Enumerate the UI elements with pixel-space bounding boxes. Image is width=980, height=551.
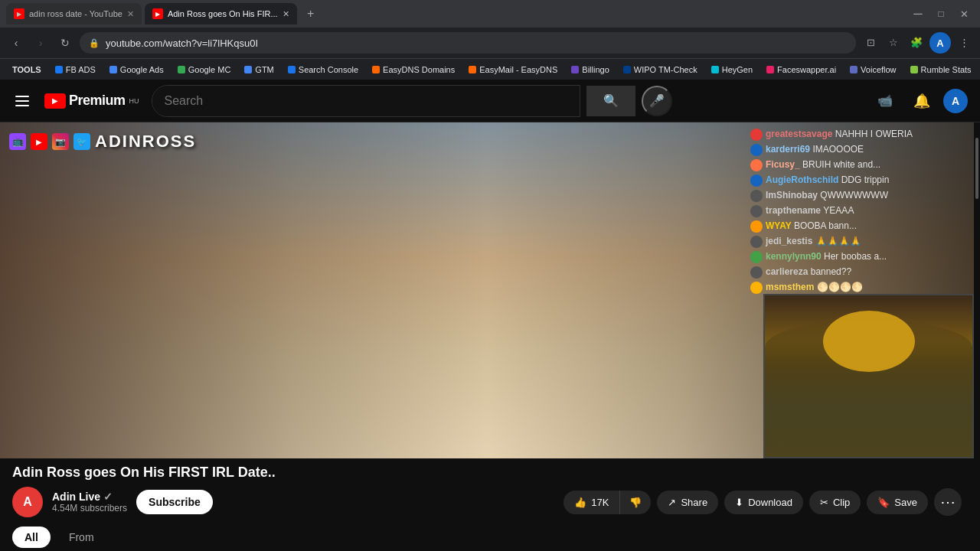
chat-msg-6: trapthename YEAAA — [750, 205, 968, 217]
forward-button[interactable]: › — [31, 33, 51, 53]
mic-button[interactable]: 🎤 — [642, 86, 672, 116]
tab-1-title: adin ross date - YouTube — [29, 9, 122, 18]
share-button[interactable]: ↗ Share — [657, 491, 718, 514]
bookmark-fb-ads[interactable]: FB ADS — [49, 64, 102, 76]
minimize-button[interactable]: ─ — [908, 4, 928, 24]
clip-button[interactable]: ✂ Clip — [809, 491, 861, 514]
tab-2-favicon: ▶ — [152, 8, 163, 19]
clip-icon: ✂ — [820, 497, 828, 508]
download-icon: ⬇ — [735, 497, 743, 508]
bookmark-easymail[interactable]: EasyMail - EasyDNS — [462, 64, 564, 76]
bookmark-billingo[interactable]: Billingo — [565, 64, 615, 76]
chat-msg-2: karderri69 IMAOOOOE — [750, 144, 968, 156]
channel-name[interactable]: Adin Live ✓ — [52, 491, 127, 503]
tab-all[interactable]: All — [12, 527, 51, 548]
video-player[interactable]: 📺 ▶ 📷 🐦 ADINROSS greatestsavage NAHHH I … — [0, 122, 974, 458]
tab-from[interactable]: From — [57, 527, 106, 548]
thumbs-down-icon: 👎 — [629, 497, 642, 508]
new-tab-button[interactable]: + — [300, 3, 322, 24]
hamburger-menu[interactable] — [12, 93, 32, 109]
create-button[interactable]: 📹 — [870, 86, 900, 116]
bookmark-wipo[interactable]: WIPO TM-Check — [617, 64, 704, 76]
pip-video[interactable] — [763, 294, 974, 458]
cast-button[interactable]: ⊡ — [861, 32, 880, 52]
twitch-icon: 📺 — [9, 133, 26, 150]
chat-msg-5: ImShinobay QWWWWWWW — [750, 190, 968, 202]
channel-info: Adin Live ✓ 4.54M subscribers — [52, 491, 127, 514]
chat-msg-9: kennylynn90 Her boobas a... — [750, 251, 968, 263]
channel-subs: 4.54M subscribers — [52, 503, 127, 514]
bookmark-faceswapper[interactable]: Faceswapper.ai — [760, 64, 842, 76]
notifications-button[interactable]: 🔔 — [906, 86, 937, 116]
yt-logo-text: Premium — [69, 93, 126, 109]
tab-1-close[interactable]: ✕ — [127, 9, 134, 19]
save-button[interactable]: 🔖 Save — [867, 491, 928, 514]
brand-name: ADINROSS — [95, 132, 196, 152]
bookmark-search-console[interactable]: Search Console — [282, 64, 364, 76]
chat-msg-1: greatestsavage NAHHH I OWERIA — [750, 129, 968, 141]
profile-button[interactable]: A — [929, 32, 951, 54]
search-input[interactable] — [152, 86, 580, 116]
bookmark-easydns[interactable]: EasyDNS Domains — [366, 64, 461, 76]
dislike-button[interactable]: 👎 — [620, 491, 651, 514]
secure-icon: 🔒 — [89, 38, 100, 48]
account-avatar[interactable]: A — [943, 89, 968, 113]
verified-icon: ✓ — [103, 491, 113, 503]
back-button[interactable]: ‹ — [6, 33, 26, 53]
yt-logo-badge: HU — [129, 97, 139, 105]
channel-row: A Adin Live ✓ 4.54M subscribers Subscrib… — [0, 481, 974, 523]
bookmark-google-mc[interactable]: Google MC — [172, 64, 237, 76]
twitter-icon: 🐦 — [74, 133, 90, 150]
maximize-button[interactable]: □ — [931, 4, 951, 24]
like-count: 17K — [591, 497, 609, 508]
scrollbar[interactable] — [974, 122, 980, 551]
tab-2-close[interactable]: ✕ — [283, 9, 289, 19]
video-column: 📺 ▶ 📷 🐦 ADINROSS greatestsavage NAHHH I … — [0, 122, 974, 551]
scrollbar-thumb[interactable] — [975, 138, 978, 199]
bookmark-rumble[interactable]: Rumble Stats — [904, 64, 978, 76]
video-tabs: All From — [0, 523, 974, 551]
like-button[interactable]: 👍 17K — [564, 491, 620, 514]
chat-msg-11: msmsthem 🌕🌕🌕🌕 — [750, 282, 968, 294]
yt-logo[interactable]: Premium HU — [44, 93, 139, 109]
subscribe-button[interactable]: Subscribe — [136, 490, 213, 514]
yt-logo-icon — [44, 93, 66, 109]
chat-msg-4: AugieRothschild DDG trippin — [750, 174, 968, 187]
search-button[interactable]: 🔍 — [586, 86, 635, 116]
reload-button[interactable]: ↻ — [55, 33, 75, 53]
chat-msg-10: carliereza banned?? — [750, 266, 968, 279]
tab-2[interactable]: ▶ Adin Ross goes On His FIR... ✕ — [145, 3, 297, 24]
extensions-button[interactable]: 🧩 — [906, 32, 926, 52]
bookmark-button[interactable]: ☆ — [884, 32, 903, 52]
tab-1[interactable]: ▶ adin ross date - YouTube ✕ — [6, 3, 142, 24]
close-window-button[interactable]: ✕ — [954, 4, 974, 24]
youtube-app: Premium HU 🔍 🎤 📹 🔔 A — [0, 80, 980, 551]
video-scene: 📺 ▶ 📷 🐦 ADINROSS greatestsavage NAHHH I … — [0, 122, 974, 458]
bookmark-gtm[interactable]: GTM — [238, 64, 279, 76]
address-bar[interactable]: 🔒 youtube.com/watch?v=li7lHKqsu0I — [80, 32, 856, 54]
yt-right-section: 📹 🔔 A — [870, 86, 968, 116]
channel-avatar[interactable]: A — [12, 487, 43, 517]
tab-1-favicon: ▶ — [14, 8, 24, 19]
tab-bar: ▶ adin ross date - YouTube ✕ ▶ Adin Ross… — [0, 0, 980, 28]
bookmark-heygen[interactable]: HeyGen — [705, 64, 759, 76]
download-button[interactable]: ⬇ Download — [724, 491, 803, 514]
video-title: Adin Ross goes On His FIRST IRL Date.. — [12, 465, 962, 481]
bookmark-tools[interactable]: TOOLS — [6, 64, 47, 76]
yt-center-section: 🔍 🎤 — [152, 85, 858, 117]
bookmark-google-ads[interactable]: Google Ads — [103, 64, 170, 76]
share-icon: ↗ — [668, 497, 676, 508]
chat-msg-8: jedi_kestis 🙏🙏🙏🙏 — [750, 236, 968, 248]
menu-button[interactable]: ⋮ — [954, 32, 974, 52]
main-content: 📺 ▶ 📷 🐦 ADINROSS greatestsavage NAHHH I … — [0, 122, 980, 551]
pip-hat — [823, 311, 915, 372]
action-buttons: 👍 17K 👎 ↗ Share ⬇ Download — [564, 488, 962, 516]
more-options-button[interactable]: ⋯ — [934, 488, 962, 516]
browser-window: ▶ adin ross date - YouTube ✕ ▶ Adin Ross… — [0, 0, 980, 80]
address-text: youtube.com/watch?v=li7lHKqsu0I — [106, 37, 847, 49]
yt-search-box — [152, 85, 580, 117]
thumbs-up-icon: 👍 — [574, 497, 586, 508]
youtube-brand-icon: ▶ — [31, 133, 47, 150]
bookmarks-bar: TOOLS FB ADS Google Ads Google MC GTM Se… — [0, 58, 980, 80]
bookmark-voiceflow[interactable]: Voiceflow — [844, 64, 902, 76]
